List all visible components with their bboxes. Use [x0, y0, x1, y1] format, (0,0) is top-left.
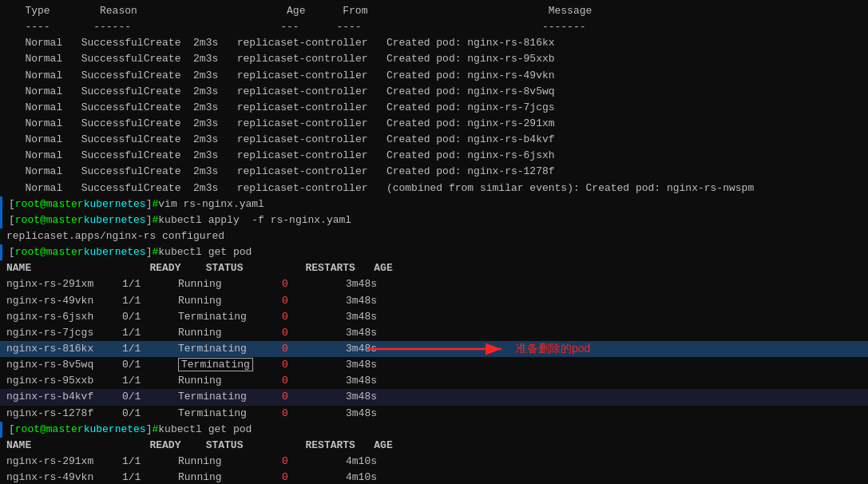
- pod-row-49vkn: nginx-rs-49vkn 1/1 Running 0 3m48s: [0, 293, 868, 309]
- pod-row-b4kvf: nginx-rs-b4kvf 0/1 Terminating 0 3m48s: [0, 389, 868, 405]
- annotation-text: 准备删除的pod: [516, 340, 590, 358]
- kubectl-get-pod-1: [root@master kubernetes]# kubectl get po…: [0, 244, 868, 260]
- event-row-6: Normal SuccessfulCreate 2m3s replicaset-…: [0, 116, 868, 132]
- event-row-7: Normal SuccessfulCreate 2m3s replicaset-…: [0, 132, 868, 148]
- pod2-row-49vkn: nginx-rs-49vkn 1/1 Running 0 4m10s: [0, 470, 868, 484]
- pod-row-291xm: nginx-rs-291xm 1/1 Running 0 3m48s: [0, 276, 868, 292]
- event-row-9: Normal SuccessfulCreate 2m3s replicaset-…: [0, 164, 868, 180]
- event-row-1: Normal SuccessfulCreate 2m3s replicaset-…: [0, 35, 868, 51]
- pod-row-816kx: nginx-rs-816kx 1/1 Terminating 0 3m48s 准…: [0, 341, 868, 357]
- event-row-2: Normal SuccessfulCreate 2m3s replicaset-…: [0, 51, 868, 67]
- event-row-3: Normal SuccessfulCreate 2m3s replicaset-…: [0, 68, 868, 84]
- pod-row-1278f: nginx-rs-1278f 0/1 Terminating 0 3m48s: [0, 406, 868, 422]
- table2-header: NAME READY STATUS RESTARTS AGE: [0, 438, 868, 454]
- pod-row-95xxb: nginx-rs-95xxb 1/1 Running 0 3m48s: [0, 373, 868, 389]
- vim-command-line: [root@master kubernetes]# vim rs-nginx.y…: [0, 196, 868, 212]
- event-row-4: Normal SuccessfulCreate 2m3s replicaset-…: [0, 84, 868, 100]
- configured-output: replicaset.apps/nginx-rs configured: [0, 228, 868, 244]
- pod-row-6jsxh: nginx-rs-6jsxh 0/1 Terminating 0 3m48s: [0, 309, 868, 325]
- header-divider: ---- ------ --- ---- -------: [0, 19, 868, 35]
- kubectl-apply-line: [root@master kubernetes]# kubectl apply …: [0, 212, 868, 228]
- terminating-boxed: Terminating: [178, 358, 253, 371]
- event-row-5: Normal SuccessfulCreate 2m3s replicaset-…: [0, 100, 868, 116]
- arrow-icon: [367, 339, 511, 359]
- header-row: Type Reason Age From Message: [0, 3, 868, 19]
- pod-row-8v5wq: nginx-rs-8v5wq 0/1 Terminating 0 3m48s: [0, 357, 868, 373]
- event-row-8: Normal SuccessfulCreate 2m3s replicaset-…: [0, 148, 868, 164]
- kubectl-get-pod-2: [root@master kubernetes]# kubectl get po…: [0, 422, 868, 438]
- terminal: Type Reason Age From Message ---- ------…: [0, 0, 868, 484]
- arrow-annotation: 准备删除的pod: [367, 339, 590, 359]
- table1-header: NAME READY STATUS RESTARTS AGE: [0, 260, 868, 276]
- pod-row-7jcgs: nginx-rs-7jcgs 1/1 Running 0 3m48s: [0, 325, 868, 341]
- event-row-10: Normal SuccessfulCreate 2m3s replicaset-…: [0, 181, 868, 196]
- pod2-row-291xm: nginx-rs-291xm 1/1 Running 0 4m10s: [0, 454, 868, 470]
